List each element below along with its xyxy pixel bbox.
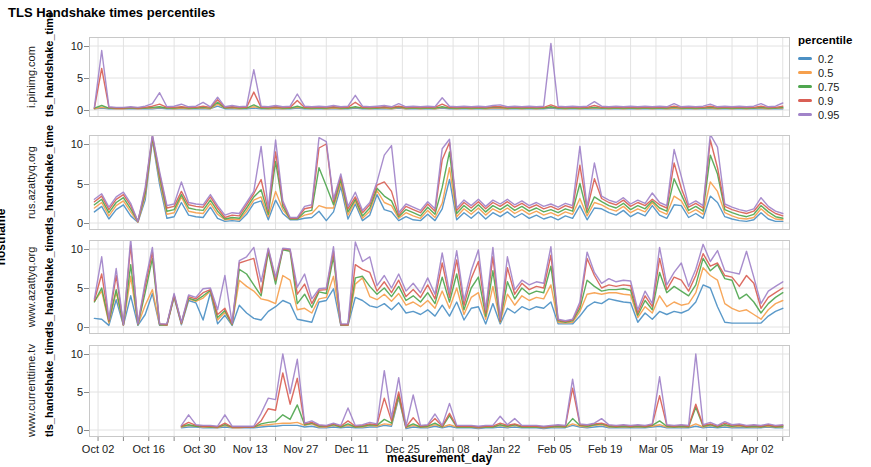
legend-swatch-icon xyxy=(798,71,812,74)
y-tick-label: 0 xyxy=(69,217,83,229)
y-tick-mark xyxy=(84,249,89,250)
y-tick-mark xyxy=(84,327,89,328)
facet-hostname-label: www.azattyq.org xyxy=(24,240,38,334)
facet-canvas xyxy=(89,345,790,437)
legend-title: percentile xyxy=(798,34,852,46)
facet-hostname-label: www.currenttime.tv xyxy=(24,345,38,437)
legend-swatch-icon xyxy=(798,113,812,116)
legend-label: 0.5 xyxy=(818,67,833,79)
y-tick-mark xyxy=(84,144,89,145)
facet-hostname-label: i.pinimg.com xyxy=(24,37,38,117)
y-tick-mark xyxy=(84,354,89,355)
facet-plot-rus.azattyq.org xyxy=(89,135,790,230)
legend-label: 0.2 xyxy=(818,53,833,65)
legend-item-0.75: 0.75 xyxy=(798,80,852,93)
legend-item-0.2: 0.2 xyxy=(798,52,852,65)
y-tick-mark xyxy=(84,184,89,185)
series-line-0.75 xyxy=(94,250,782,325)
y-tick-label: 5 xyxy=(69,386,83,398)
legend: percentile 0.20.50.750.90.95 xyxy=(798,34,852,122)
facet-plot-www.currenttime.tv xyxy=(89,345,790,437)
legend-label: 0.95 xyxy=(818,109,839,121)
y-tick-label: 0 xyxy=(69,104,83,116)
facet-canvas xyxy=(89,240,790,334)
legend-swatch-icon xyxy=(798,99,812,102)
y-tick-label: 10 xyxy=(69,40,83,52)
y-tick-label: 5 xyxy=(69,282,83,294)
facet-canvas xyxy=(89,135,790,230)
y-tick-mark xyxy=(84,78,89,79)
y-tick-label: 5 xyxy=(69,178,83,190)
facet-y-axis-label: tls_handshake_time xyxy=(42,37,56,117)
legend-item-0.9: 0.9 xyxy=(798,94,852,107)
y-tick-label: 10 xyxy=(69,243,83,255)
y-tick-mark xyxy=(84,110,89,111)
y-tick-label: 10 xyxy=(69,348,83,360)
chart-title: TLS Handshake times percentiles xyxy=(8,5,215,20)
series-line-0.95 xyxy=(94,43,782,107)
y-tick-mark xyxy=(84,288,89,289)
y-tick-label: 5 xyxy=(69,72,83,84)
x-axis-label: measurement_day xyxy=(89,451,790,465)
y-tick-label: 10 xyxy=(69,138,83,150)
facet-y-axis-label: tls_handshake_time xyxy=(42,345,56,437)
facet-plot-i.pinimg.com xyxy=(89,37,790,117)
legend-swatch-icon xyxy=(798,85,812,88)
legend-label: 0.75 xyxy=(818,81,839,93)
series-line-0.75 xyxy=(181,395,782,427)
y-tick-mark xyxy=(84,430,89,431)
legend-label: 0.9 xyxy=(818,95,833,107)
y-tick-mark xyxy=(84,46,89,47)
facet-plot-www.azattyq.org xyxy=(89,240,790,334)
facet-hostname-label: rus.azattyq.org xyxy=(24,135,38,230)
legend-item-0.95: 0.95 xyxy=(798,108,852,121)
facet-y-axis-label: tls_handshake_time xyxy=(42,240,56,334)
legend-items: 0.20.50.750.90.95 xyxy=(798,52,852,121)
y-tick-label: 0 xyxy=(69,321,83,333)
y-tick-mark xyxy=(84,223,89,224)
y-axis-outer-label: hostname xyxy=(0,37,8,437)
facet-y-axis-label: tls_handshake_time xyxy=(42,135,56,230)
y-tick-mark xyxy=(84,392,89,393)
facet-canvas xyxy=(89,37,790,117)
series-line-0.95 xyxy=(94,135,782,221)
legend-item-0.5: 0.5 xyxy=(798,66,852,79)
y-tick-label: 0 xyxy=(69,424,83,436)
legend-swatch-icon xyxy=(798,57,812,60)
chart-root: TLS Handshake times percentiles hostname… xyxy=(0,0,871,467)
